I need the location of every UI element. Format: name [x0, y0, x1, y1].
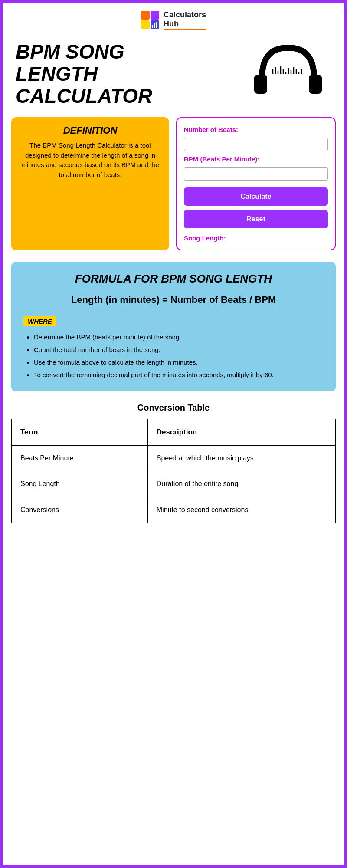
logo-underline — [164, 29, 206, 30]
where-badge: WHERE — [23, 316, 56, 326]
svg-rect-0 — [141, 11, 150, 20]
logo-hub: Hub — [164, 20, 206, 29]
definition-heading: DEFINITION — [18, 125, 162, 136]
table-header-description: Description — [147, 419, 335, 446]
logo-icon — [141, 11, 160, 30]
svg-rect-5 — [154, 23, 155, 28]
bpm-input[interactable] — [184, 167, 328, 181]
logo-text: Calculators Hub — [164, 10, 206, 30]
formula-title: FORMULA FOR BPM SONG LENGTH — [23, 272, 324, 286]
conversion-table-title: Conversion Table — [11, 403, 336, 413]
table-row: ConversionsMinute to second conversions — [12, 497, 336, 523]
svg-rect-4 — [152, 25, 153, 28]
formula-bullet: Count the total number of beats in the s… — [34, 345, 324, 354]
page-title: BPM SONG LENGTH CALCULATOR — [16, 41, 236, 107]
table-cell-description: Duration of the entire song — [147, 471, 335, 497]
table-cell-description: Speed at which the music plays — [147, 445, 335, 471]
definition-box: DEFINITION The BPM Song Length Calculato… — [11, 117, 169, 250]
formula-bullet: To convert the remaining decimal part of… — [34, 370, 324, 379]
bpm-label: BPM (Beats Per Minute): — [184, 155, 328, 163]
table-cell-term: Song Length — [12, 471, 148, 497]
headphones-image — [245, 39, 331, 108]
formula-bullet: Determine the BPM (beats per minute) of … — [34, 332, 324, 342]
calculate-button[interactable]: Calculate — [184, 187, 328, 206]
def-calc-row: DEFINITION The BPM Song Length Calculato… — [3, 113, 344, 257]
reset-button[interactable]: Reset — [184, 210, 328, 228]
formula-bullets: Determine the BPM (beats per minute) of … — [23, 332, 324, 379]
table-cell-description: Minute to second conversions — [147, 497, 335, 523]
svg-rect-7 — [254, 75, 267, 94]
table-header-term: Term — [12, 419, 148, 446]
conversion-section: Conversion Table TermDescriptionBeats Pe… — [3, 398, 344, 536]
header: Calculators Hub — [3, 3, 344, 35]
logo: Calculators Hub — [141, 10, 206, 30]
table-cell-term: Conversions — [12, 497, 148, 523]
headphones-icon — [249, 39, 327, 108]
logo-calculators: Calculators — [164, 10, 206, 20]
title-section: BPM SONG LENGTH CALCULATOR — [3, 35, 344, 113]
svg-rect-2 — [141, 20, 150, 29]
beats-input[interactable] — [184, 138, 328, 151]
svg-rect-1 — [151, 11, 159, 20]
song-length-label: Song Length: — [184, 234, 328, 242]
calculator-box: Number of Beats: BPM (Beats Per Minute):… — [176, 117, 336, 250]
beats-label: Number of Beats: — [184, 126, 328, 133]
table-cell-term: Beats Per Minute — [12, 445, 148, 471]
formula-section: FORMULA FOR BPM SONG LENGTH Length (in m… — [11, 262, 336, 391]
svg-rect-6 — [156, 22, 157, 28]
conversion-table: TermDescriptionBeats Per MinuteSpeed at … — [11, 419, 336, 523]
table-row: Beats Per MinuteSpeed at which the music… — [12, 445, 336, 471]
table-row: Song LengthDuration of the entire song — [12, 471, 336, 497]
svg-rect-8 — [309, 75, 322, 94]
definition-text: The BPM Song Length Calculator is a tool… — [18, 141, 162, 180]
formula-bullet: Use the formula above to calculate the l… — [34, 358, 324, 367]
formula-equation: Length (in minutes) = Number of Beats / … — [23, 293, 324, 307]
